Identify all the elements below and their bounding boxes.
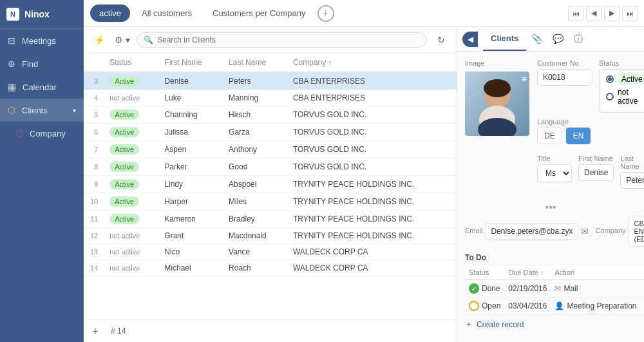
next-page-button[interactable]: ▶ [604,6,620,21]
sidebar-item-calendar[interactable]: ▦ Calendar [0,75,84,99]
info-icon[interactable]: ⓘ [571,28,585,50]
image-label: Image [465,59,529,67]
todo-row[interactable]: ✓Done02/19/2016✉Mailfollow up mail [465,280,644,298]
table-row[interactable]: 11ActiveKameronBradleyTRYNITY PEACE HOLD… [84,211,457,228]
table-row[interactable]: 8ActiveParkerGoodTORVUS GOLD INC. [84,158,457,176]
status-active-radio[interactable] [606,75,614,83]
first-name-value[interactable]: Denise [578,164,614,181]
sidebar: N Ninox ⊟ Meetings ⊕ Find ▦ Calendar ⬡ C… [0,0,84,342]
active-badge: Active [109,196,139,207]
topbar: active All customers Customers per Compa… [84,0,644,27]
add-row-button[interactable]: ＋ [90,325,100,338]
table-panel: ⚡ ⚙ ▾ 🔍 ↻ Status First Name Last Name [84,27,457,342]
company-icon: ⬡ [15,128,23,138]
name-row: Title Ms Mr Dr First Name Denise [537,155,644,189]
status-inactive-option[interactable]: not active [606,88,644,106]
customer-avatar-svg [465,71,529,136]
row-company: TRYNITY PEACE HOLDINGS INC. [287,193,457,211]
filter-icon[interactable]: ⚡ [90,31,108,49]
todo-col-due-date[interactable]: Due Date ↑ [504,266,551,280]
status-inactive-radio[interactable] [606,93,614,100]
fields-column: Customer No K0018 Status Active [537,59,644,194]
tab-customers-per-company[interactable]: Customers per Company [204,5,315,22]
tab-all-customers[interactable]: All customers [133,5,201,22]
customer-no-group: Customer No K0018 [537,59,592,86]
col-last-name[interactable]: Last Name [222,53,287,72]
settings-icon[interactable]: ⚙ ▾ [113,31,131,49]
table-row[interactable]: 7ActiveAspenAnthonyTORVUS GOLD INC. [84,141,457,158]
language-group: Language DE EN [537,118,644,149]
company-value[interactable]: CBA ENTERPRISES (EDEN PRAI… [629,216,645,247]
image-section: Image [465,59,529,194]
last-page-button[interactable]: ⏭ [622,6,638,21]
col-first-name[interactable]: First Name [158,53,222,72]
table-row[interactable]: 13not activeNicoVanceWALDECK CORP CA [84,244,457,260]
more-fields-dots[interactable]: ••• [465,202,636,213]
active-badge: Active [109,144,139,155]
customer-image[interactable]: ≡ [465,71,529,136]
col-company[interactable]: Company ↑ [287,53,457,72]
todo-col-remarks: Remarks [641,266,645,280]
customer-no-status-row: Customer No K0018 Status Active [537,59,644,113]
title-select[interactable]: Ms Mr Dr [537,164,572,182]
add-tab-button[interactable]: + [317,5,334,22]
status-label: Status [599,59,644,67]
image-menu-icon[interactable]: ≡ [522,74,527,84]
email-value[interactable]: Denise.peters@cba.zyx [486,223,579,240]
app-name: Ninox [24,9,50,19]
table-row[interactable]: 4not activeLukeManningCBA ENTERPRISES [84,90,457,106]
lang-de-button[interactable]: DE [537,128,562,144]
comment-icon[interactable]: 💬 [550,28,566,50]
company-input-row: CBA ENTERPRISES (EDEN PRAI… ↗ [629,216,645,247]
prev-page-button[interactable]: ◀ [586,6,601,21]
todo-action: 👤Meeting Preparation [551,298,640,315]
clients-table: Status First Name Last Name Company ↑ 3A… [84,53,457,276]
todo-status: ✓Done [465,280,504,298]
first-page-button[interactable]: ⏮ [568,6,583,21]
search-input[interactable] [157,35,420,44]
row-first-name: Michael [158,260,222,276]
todo-row[interactable]: Open03/04/2016👤Meeting Preparationask Ma… [465,298,644,315]
clients-icon: ⬡ [8,105,15,115]
table-row[interactable]: 10ActiveHarperMilesTRYNITY PEACE HOLDING… [84,193,457,211]
refresh-icon[interactable]: ↻ [432,31,450,49]
table-row[interactable]: 3ActiveDenisePetersCBA ENTERPRISES [84,72,457,90]
table-row[interactable]: 14not activeMichaelRoachWALDECK CORP CA [84,260,457,276]
row-number: 11 [84,211,103,228]
table-row[interactable]: 6ActiveJulissaGarzaTORVUS GOLD INC. [84,124,457,141]
active-badge: Active [109,76,139,86]
row-number: 14 [84,260,103,276]
status-active-option[interactable]: Active [606,73,644,85]
tab-active[interactable]: active [90,5,130,22]
sidebar-item-clients[interactable]: ⬡ Clients ▾ [0,99,84,122]
sidebar-item-meetings[interactable]: ⊟ Meetings [0,29,84,52]
language-row: Language DE EN [537,118,644,149]
last-name-group: Last Name Peters [620,155,644,189]
table-row[interactable]: 5ActiveChanningHirschTORVUS GOLD INC. [84,106,457,124]
action-type-icon: 👤 [554,301,564,310]
topbar-pagination: ⏮ ◀ ▶ ⏭ [568,6,638,21]
lang-en-button[interactable]: EN [566,128,591,144]
table-row[interactable]: 12not activeGrantMacdonaldTRYNITY PEACE … [84,228,457,244]
table-row[interactable]: 9ActiveLindyAbspoelTRYNITY PEACE HOLDING… [84,176,457,193]
create-record-button[interactable]: ＋ Create record [465,315,636,334]
row-number: 8 [84,158,103,176]
done-label: Done [482,284,500,293]
row-last-name: Macdonald [222,228,287,244]
todo-label: To Do [465,253,486,262]
sidebar-item-company[interactable]: ⬡ Company [0,122,84,145]
attachment-icon[interactable]: 📎 [529,28,545,50]
detail-tab-clients[interactable]: Clients [483,27,526,51]
table-toolbar: ⚡ ⚙ ▾ 🔍 ↻ [84,27,457,53]
email-group: Email Denise.peters@cba.zyx ✉ [465,216,589,247]
row-number: 7 [84,141,103,158]
row-first-name: Kameron [158,211,222,228]
detail-expand-button[interactable]: ◀ [462,32,478,47]
email-envelope-icon[interactable]: ✉ [581,226,589,236]
sidebar-item-find[interactable]: ⊕ Find [0,52,84,75]
language-label: Language [537,118,644,126]
col-status[interactable]: Status [103,53,158,72]
row-company: TORVUS GOLD INC. [287,106,457,124]
customer-no-value[interactable]: K0018 [537,69,592,86]
last-name-value[interactable]: Peters [620,172,644,189]
